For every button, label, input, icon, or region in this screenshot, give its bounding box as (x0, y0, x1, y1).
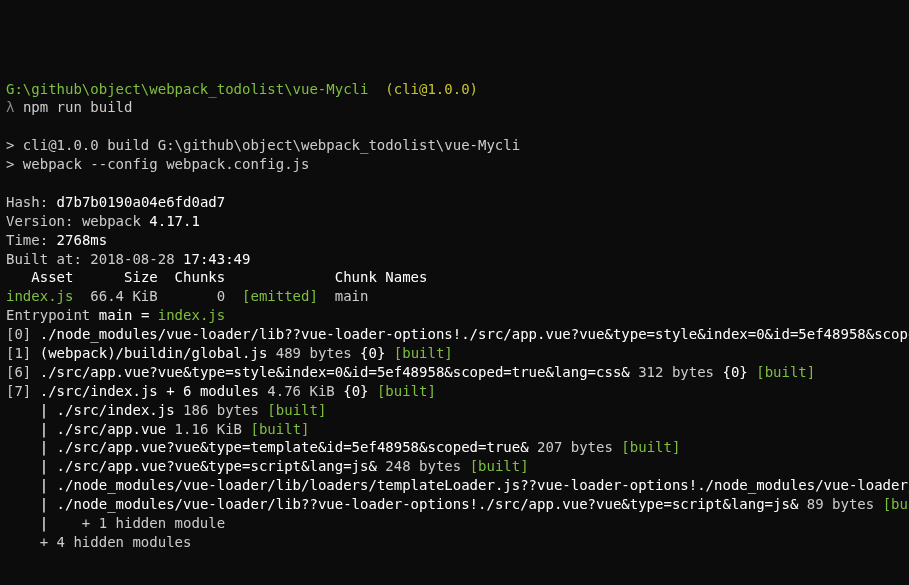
hash-value: d7b7b0190a04e6fd0ad7 (57, 194, 226, 210)
built-at-date: 2018-08-28 (90, 251, 174, 267)
env-tag: (cli@1.0.0) (385, 81, 478, 97)
module-index: [0] (6, 326, 31, 342)
version-label: Version: (6, 213, 73, 229)
tree-pipe: | (40, 496, 48, 512)
col-size: Size (124, 269, 158, 285)
entrypoint-label: Entrypoint (6, 307, 90, 323)
module-index: [1] (6, 345, 31, 361)
npm-exec-line: > webpack --config webpack.config.js (6, 156, 309, 172)
version-value: 4.17.1 (149, 213, 200, 229)
module-chunk: {0} (722, 364, 747, 380)
asset-size: 66.4 KiB (90, 288, 157, 304)
asset-emitted: [emitted] (242, 288, 318, 304)
version-prefix: webpack (82, 213, 141, 229)
module-built: [built] (250, 421, 309, 437)
module-chunk: {0} (360, 345, 385, 361)
col-chunks: Chunks (175, 269, 226, 285)
submodule-size: 1.16 KiB (175, 421, 242, 437)
module-built: [built] (621, 439, 680, 455)
col-asset: Asset (31, 269, 73, 285)
module-built: [built] (756, 364, 815, 380)
module-size: 312 bytes (638, 364, 714, 380)
module-built: [built] (394, 345, 453, 361)
tree-pipe: | (40, 421, 48, 437)
entrypoint-name: main (99, 307, 133, 323)
hidden-modules: + 4 hidden modules (40, 534, 192, 550)
asset-chunk-name: main (335, 288, 369, 304)
submodule-path: ./src/index.js (57, 402, 175, 418)
submodule-path: ./src/app.vue?vue&type=template&id=5ef48… (57, 439, 529, 455)
prompt-symbol: λ (6, 99, 14, 115)
module-path: (webpack)/buildin/global.js (40, 345, 268, 361)
module-index: [6] (6, 364, 31, 380)
built-at-time: 17:43:49 (183, 251, 250, 267)
module-path: ./src/app.vue?vue&type=style&index=0&id=… (40, 364, 630, 380)
cwd: G:\github\object\webpack_todolist\vue-My… (6, 81, 368, 97)
entrypoint-file: index.js (158, 307, 225, 323)
entrypoint-eq: = (141, 307, 149, 323)
time-value: 2768ms (57, 232, 108, 248)
module-path: ./node_modules/vue-loader/lib??vue-loade… (40, 326, 909, 342)
hidden-module: + 1 hidden module (48, 515, 225, 531)
command[interactable]: npm run build (23, 99, 133, 115)
tree-pipe: | (40, 515, 48, 531)
submodule-path: ./src/app.vue?vue&type=script&lang=js& (57, 458, 377, 474)
tree-pipe: | (40, 402, 48, 418)
time-label: Time: (6, 232, 48, 248)
npm-script-line: > cli@1.0.0 build G:\github\object\webpa… (6, 137, 520, 153)
tree-pipe: | (40, 439, 48, 455)
asset-chunk: 0 (217, 288, 225, 304)
submodule-size: 89 bytes (807, 496, 874, 512)
module-built: [built] (883, 496, 909, 512)
module-built: [built] (377, 383, 436, 399)
submodule-path: ./node_modules/vue-loader/lib??vue-loade… (57, 496, 799, 512)
tree-pipe: | (40, 477, 48, 493)
module-built: [built] (267, 402, 326, 418)
module-path: ./src/index.js + 6 modules (40, 383, 259, 399)
module-chunk: {0} (343, 383, 368, 399)
hash-label: Hash: (6, 194, 48, 210)
submodule-size: 186 bytes (183, 402, 259, 418)
submodule-path: ./src/app.vue (57, 421, 167, 437)
terminal-output: G:\github\object\webpack_todolist\vue-My… (6, 80, 903, 552)
module-built: [built] (470, 458, 529, 474)
col-chunk-names: Chunk Names (335, 269, 428, 285)
module-size: 4.76 KiB (267, 383, 334, 399)
submodule-size: 207 bytes (537, 439, 613, 455)
module-size: 489 bytes (276, 345, 352, 361)
asset-name: index.js (6, 288, 73, 304)
module-index: [7] (6, 383, 31, 399)
built-at-label: Built at: (6, 251, 82, 267)
submodule-path: ./node_modules/vue-loader/lib/loaders/te… (57, 477, 909, 493)
submodule-size: 248 bytes (385, 458, 461, 474)
tree-pipe: | (40, 458, 48, 474)
